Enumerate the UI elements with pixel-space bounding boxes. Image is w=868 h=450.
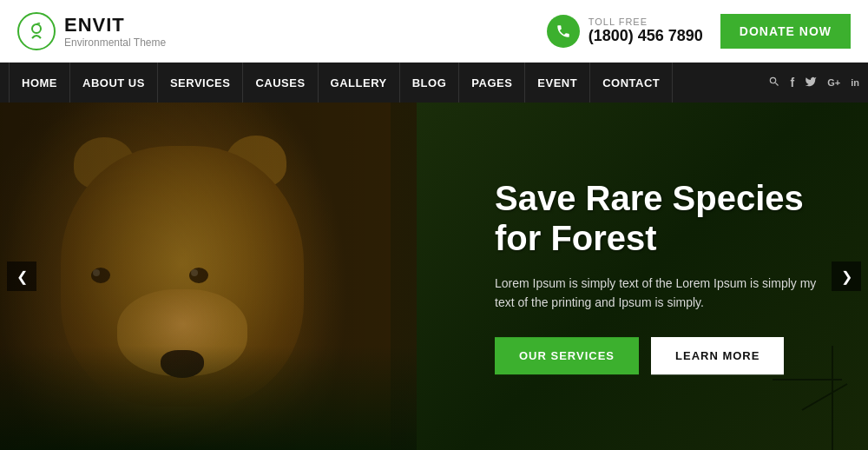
svg-point-0 (32, 24, 41, 33)
hero-description: Lorem Ipsum is simply text of the Lorem … (495, 274, 833, 313)
twitter-icon[interactable] (805, 76, 817, 90)
logo-icon (17, 12, 56, 50)
search-icon[interactable] (768, 76, 780, 90)
header-right: TOLL FREE (1800) 456 7890 DONATE NOW (547, 14, 851, 49)
nav-item-contact[interactable]: CONTACT (590, 63, 673, 103)
hero-buttons: OUR SERVICES LEARN MORE (495, 337, 833, 374)
nav-item-pages[interactable]: PAGES (459, 63, 525, 103)
linkedin-icon[interactable]: in (851, 77, 859, 88)
donate-button[interactable]: DONATE NOW (720, 14, 851, 49)
nav-item-about[interactable]: ABOUT US (70, 63, 158, 103)
phone-number: (1800) 456 7890 (589, 27, 703, 45)
google-plus-icon[interactable]: G+ (827, 77, 840, 88)
phone-icon (547, 15, 580, 48)
logo-area: ENVIT Environmental Theme (17, 12, 166, 50)
nav-item-blog[interactable]: BLOG (400, 63, 460, 103)
nav-item-gallery[interactable]: GALLERY (319, 63, 400, 103)
header: ENVIT Environmental Theme TOLL FREE (180… (0, 0, 868, 63)
hero-section: ❮ ❯ Save Rare Species for Forest Lorem I… (0, 103, 868, 450)
nav-item-home[interactable]: HOME (9, 63, 70, 103)
nav-social: f G+ in (756, 76, 859, 90)
phone-text: TOLL FREE (1800) 456 7890 (589, 17, 703, 45)
hero-title: Save Rare Species for Forest (495, 178, 833, 258)
our-services-button[interactable]: OUR SERVICES (495, 337, 639, 374)
logo-subtitle: Environmental Theme (64, 36, 166, 49)
nav-item-services[interactable]: SERVICES (158, 63, 244, 103)
logo-title: ENVIT (64, 14, 166, 36)
navbar: HOME ABOUT US SERVICES CAUSES GALLERY BL… (0, 63, 868, 103)
hero-content: Save Rare Species for Forest Lorem Ipsum… (477, 161, 851, 392)
nav-item-causes[interactable]: CAUSES (243, 63, 318, 103)
carousel-prev-button[interactable]: ❮ (7, 261, 36, 291)
carousel-next-button[interactable]: ❯ (832, 261, 861, 291)
logo-text: ENVIT Environmental Theme (64, 14, 166, 49)
hero-left-overlay (0, 103, 434, 450)
nav-item-event[interactable]: EVENT (525, 63, 590, 103)
learn-more-button[interactable]: LEARN MORE (651, 337, 784, 374)
phone-area: TOLL FREE (1800) 456 7890 (547, 15, 703, 48)
nav-items: HOME ABOUT US SERVICES CAUSES GALLERY BL… (9, 63, 756, 103)
toll-free-label: TOLL FREE (589, 17, 703, 27)
facebook-icon[interactable]: f (791, 76, 795, 89)
